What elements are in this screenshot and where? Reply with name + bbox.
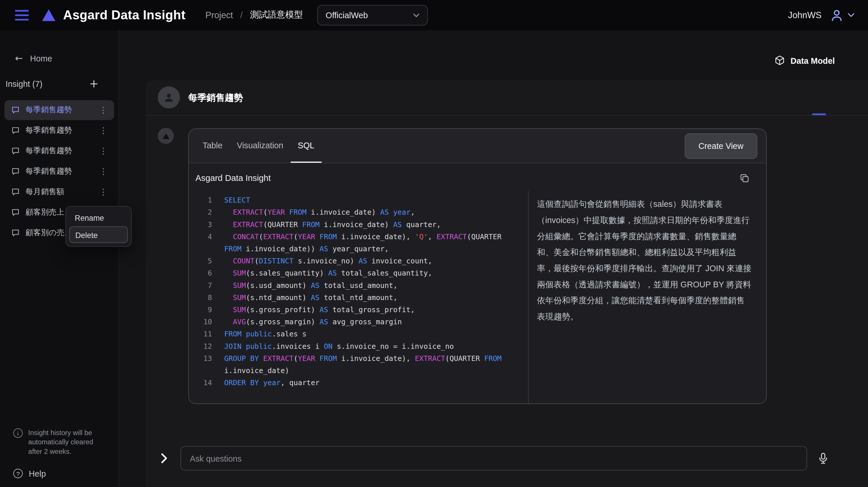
app-logo-icon xyxy=(42,9,55,21)
top-bar: Asgard Data Insight Project / 測試語意模型 Off… xyxy=(0,0,868,31)
chat-avatar xyxy=(158,86,180,108)
sql-line: 5 COUNT(DISTINCT s.invoice_no) AS invoic… xyxy=(189,255,528,267)
line-number: 13 xyxy=(189,353,212,365)
chat-bubble-icon xyxy=(11,147,20,156)
insight-item-label: 每季銷售趨勢 xyxy=(25,126,72,136)
ask-input[interactable] xyxy=(180,446,807,470)
sql-line: 10 AVG(s.gross_margin) AS avg_gross_marg… xyxy=(189,316,528,328)
kebab-menu-icon[interactable]: ⋮ xyxy=(97,126,110,136)
tab-table[interactable]: Table xyxy=(195,129,230,163)
chat-panel: 每季銷售趨勢 TableVisualizationSQLCreate View … xyxy=(146,80,868,487)
context-menu-item-delete[interactable]: Delete xyxy=(69,226,128,243)
sidebar-insight-item[interactable]: 每季銷售趨勢 ⋮ xyxy=(4,162,114,182)
sql-panel-header: Asgard Data Insight xyxy=(189,163,766,191)
kebab-menu-icon[interactable]: ⋮ xyxy=(97,146,110,156)
copy-button[interactable] xyxy=(740,173,750,183)
context-menu-item-rename[interactable]: Rename xyxy=(69,210,128,226)
insight-item-label: 顧客別売上 xyxy=(25,207,64,218)
project-select[interactable]: OfficialWeb xyxy=(317,5,428,25)
breadcrumb: Project / 測試語意模型 xyxy=(206,9,303,21)
sql-line-code: SUM(s.usd_amount) AS total_usd_amount, xyxy=(224,280,511,292)
data-model-label: Data Model xyxy=(790,56,835,65)
sql-panel-body: 1SELECT2 EXTRACT(YEAR FROM i.invoice_dat… xyxy=(189,191,766,403)
line-number: 9 xyxy=(189,304,212,316)
project-select-value: OfficialWeb xyxy=(326,10,368,20)
line-number: 8 xyxy=(189,292,212,304)
home-label: Home xyxy=(30,53,52,63)
sql-line: 7 SUM(s.usd_amount) AS total_usd_amount, xyxy=(189,280,528,292)
app-title: Asgard Data Insight xyxy=(63,8,186,23)
sidebar: ← Home Insight (7) + 每季銷售趨勢 ⋮ 每季銷售趨勢 ⋮ 每… xyxy=(0,31,119,487)
sql-line: 3 EXTRACT(QUARTER FROM i.invoice_date) A… xyxy=(189,219,528,231)
kebab-menu-icon[interactable]: ⋮ xyxy=(97,187,110,197)
microphone-icon xyxy=(817,452,829,464)
insight-item-label: 每月銷售額 xyxy=(25,187,64,197)
sql-line-code: GROUP BY EXTRACT(YEAR FROM i.invoice_dat… xyxy=(224,353,511,377)
sidebar-insight-item[interactable]: 每季銷售趨勢 ⋮ xyxy=(4,121,114,140)
question-bar xyxy=(160,446,829,470)
sql-line: 4 CONCAT(EXTRACT(YEAR FROM i.invoice_dat… xyxy=(189,231,528,255)
kebab-menu-icon[interactable]: ⋮ xyxy=(97,166,110,176)
sql-panel-title: Asgard Data Insight xyxy=(195,173,271,183)
copy-icon xyxy=(740,173,750,183)
sql-line-code: JOIN public.invoices i ON s.invoice_no =… xyxy=(224,340,511,353)
chat-bubble-icon xyxy=(11,167,20,176)
help-icon: ? xyxy=(13,469,23,478)
user-menu[interactable]: JohnWS xyxy=(788,9,855,22)
sql-line-code: SUM(s.ntd_amount) AS total_ntd_amount, xyxy=(224,292,511,304)
sql-line-code: SUM(s.gross_profit) AS total_gross_profi… xyxy=(224,304,511,316)
sql-line-code: AVG(s.gross_margin) AS avg_gross_margin xyxy=(224,316,511,328)
data-model-icon xyxy=(775,55,785,66)
line-number: 11 xyxy=(189,328,212,340)
sidebar-insight-item[interactable]: 每月銷售額 ⋮ xyxy=(4,182,114,202)
breadcrumb-page: 測試語意模型 xyxy=(250,9,303,21)
chat-bubble-icon xyxy=(11,106,20,115)
history-note: i Insight history will be automatically … xyxy=(13,428,112,457)
sql-line: 6 SUM(s.sales_quantity) AS total_sales_q… xyxy=(189,267,528,280)
sql-line: 1SELECT xyxy=(189,194,528,206)
chat-bubble-icon xyxy=(11,188,20,196)
insight-item-label: 每季銷售趨勢 xyxy=(25,146,72,156)
home-button[interactable]: ← Home xyxy=(15,53,119,63)
sidebar-insight-item[interactable]: 每季銷售趨勢 ⋮ xyxy=(4,100,114,120)
info-icon: i xyxy=(13,428,23,438)
app-root: Asgard Data Insight Project / 測試語意模型 Off… xyxy=(0,0,868,487)
help-button[interactable]: ? Help xyxy=(13,469,46,478)
assistant-avatar-icon xyxy=(162,133,169,138)
insight-item-label: 每季銷售趨勢 xyxy=(25,166,72,176)
microphone-button[interactable] xyxy=(817,452,829,464)
sql-line-code: ORDER BY year, quarter xyxy=(224,377,511,389)
chat-bubble-icon xyxy=(11,228,20,237)
help-label: Help xyxy=(29,469,46,478)
chevron-down-icon xyxy=(847,13,855,18)
data-model-button[interactable]: Data Model xyxy=(775,55,835,66)
sql-line-code: SUM(s.sales_quantity) AS total_sales_qua… xyxy=(224,267,511,280)
sql-line-code: COUNT(DISTINCT s.invoice_no) AS invoice_… xyxy=(224,255,511,267)
sidebar-insight-item[interactable]: 每季銷售趨勢 ⋮ xyxy=(4,141,114,161)
expand-chevron-icon[interactable] xyxy=(160,453,172,464)
sql-line: 9 SUM(s.gross_profit) AS total_gross_pro… xyxy=(189,304,528,316)
tab-sql[interactable]: SQL xyxy=(290,129,321,163)
sql-code: 1SELECT2 EXTRACT(YEAR FROM i.invoice_dat… xyxy=(189,191,528,403)
chat-bubble-icon xyxy=(11,208,20,217)
chat-bubble-icon xyxy=(11,126,20,135)
line-number: 1 xyxy=(189,194,212,206)
hamburger-menu-icon[interactable] xyxy=(15,10,29,21)
sql-line-code: CONCAT(EXTRACT(YEAR FROM i.invoice_date)… xyxy=(224,231,511,255)
tab-visualization[interactable]: Visualization xyxy=(230,129,290,163)
line-number: 6 xyxy=(189,267,212,280)
sql-line: 8 SUM(s.ntd_amount) AS total_ntd_amount, xyxy=(189,292,528,304)
insight-count-label: Insight (7) xyxy=(5,79,42,88)
kebab-menu-icon[interactable]: ⋮ xyxy=(97,105,110,115)
breadcrumb-section[interactable]: Project xyxy=(206,10,233,20)
sql-line-code: EXTRACT(YEAR FROM i.invoice_date) AS yea… xyxy=(224,206,511,219)
sql-line: 11FROM public.sales s xyxy=(189,328,528,340)
line-number: 2 xyxy=(189,206,212,219)
user-avatar-icon xyxy=(831,9,843,22)
create-view-button[interactable]: Create View xyxy=(684,133,757,158)
sql-line-code: SELECT xyxy=(224,194,511,206)
assistant-avatar xyxy=(158,128,174,144)
sql-line: 14ORDER BY year, quarter xyxy=(189,377,528,389)
add-insight-button[interactable]: + xyxy=(89,77,98,90)
scroll-indicator[interactable] xyxy=(812,113,826,115)
